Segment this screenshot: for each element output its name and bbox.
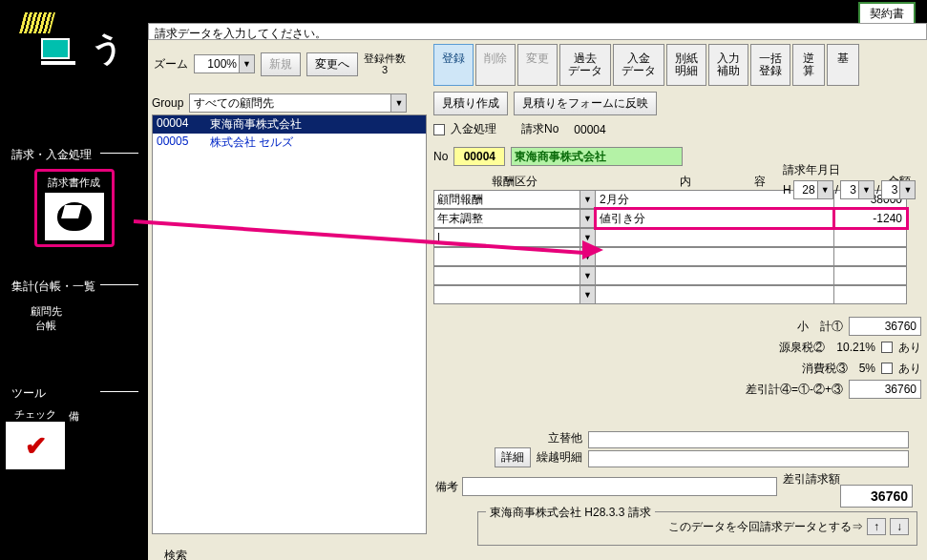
cell-content[interactable] — [596, 285, 834, 304]
cell-content[interactable]: 値引き分 — [596, 209, 834, 228]
subtotal-label: 小 計① — [690, 319, 843, 335]
tab-batch[interactable]: 一括 登録 — [750, 44, 790, 86]
section-tools: ツール — [0, 382, 148, 402]
list-item[interactable]: 00004 東海商事株式会社 — [153, 115, 426, 134]
chevron-down-icon[interactable]: ▼ — [580, 190, 596, 209]
diff-value: 36760 — [849, 380, 921, 399]
tab-change[interactable]: 変更 — [517, 44, 558, 86]
tax2-label: 消費税③ 5% — [723, 361, 875, 377]
no-input[interactable] — [453, 147, 505, 166]
client-name-input[interactable] — [511, 147, 683, 166]
tax1-label: 源泉税② 10.21% — [723, 340, 875, 356]
client-list[interactable]: 00004 東海商事株式会社 00005 株式会社 セルズ — [152, 114, 427, 534]
sidebar-item-label: 備 — [69, 409, 79, 424]
quote-create-button[interactable]: 見積り作成 — [433, 92, 508, 115]
month-combo[interactable]: ▼ — [840, 180, 874, 199]
cell-type[interactable] — [433, 266, 580, 285]
carry-input[interactable] — [588, 450, 909, 467]
group-combo[interactable]: ▼ — [189, 93, 407, 113]
cell-content[interactable] — [596, 228, 834, 247]
day-combo[interactable]: ▼ — [881, 180, 916, 199]
billing-date-label: 請求年月日 — [783, 162, 916, 178]
down-button[interactable]: ↓ — [890, 518, 909, 535]
list-name: 株式会社 セルズ — [210, 135, 293, 151]
memo-input[interactable] — [462, 477, 777, 496]
sidebar-item-check[interactable]: チェック ✔ — [6, 407, 65, 469]
chevron-down-icon[interactable]: ▼ — [817, 181, 832, 198]
list-code: 00005 — [157, 135, 210, 151]
zoom-label: ズーム — [154, 56, 188, 73]
cell-content[interactable] — [596, 266, 834, 285]
tab-deposit[interactable]: 入金 データ — [613, 44, 664, 86]
tab-base[interactable]: 基 — [827, 44, 859, 86]
table-row: ▼ — [433, 266, 921, 285]
app-logo — [14, 10, 72, 55]
section-summary: 集計(台帳・一覧 — [0, 275, 148, 295]
final-amount-label: 差引請求額 — [783, 471, 840, 487]
current-invoice-fieldset: 東海商事株式会社 H28.3.3 請求 このデータを今回請求データとする⇒ ↑ … — [477, 511, 917, 546]
reqno-label: 請求No — [521, 121, 558, 137]
sidebar-item-invoice[interactable]: 請求書作成 — [34, 169, 115, 247]
zoom-combo[interactable]: ▼ — [194, 54, 255, 73]
sidebar-item-ledger[interactable]: 顧問先 台帳 — [6, 301, 86, 340]
cell-amount[interactable] — [834, 285, 907, 304]
zoom-input[interactable] — [195, 57, 239, 71]
cell-content[interactable] — [596, 247, 834, 266]
tab-assist[interactable]: 入力 補助 — [708, 44, 748, 86]
advance-input[interactable] — [588, 431, 909, 448]
chevron-down-icon[interactable]: ▼ — [580, 266, 596, 285]
list-code: 00004 — [157, 116, 210, 133]
chevron-down-icon[interactable]: ▼ — [899, 181, 915, 198]
quote-reflect-button[interactable]: 見積りをフォームに反映 — [514, 92, 657, 115]
record-count: 登録件数 3 — [364, 52, 406, 75]
table-row: ▼ — [433, 285, 921, 304]
group-input[interactable] — [190, 96, 390, 110]
app-title-fragment: う — [91, 27, 124, 71]
fieldset-legend: 東海商事株式会社 H28.3.3 請求 — [486, 505, 655, 521]
year-input[interactable] — [794, 183, 817, 197]
chevron-down-icon[interactable]: ▼ — [580, 285, 596, 304]
sidebar-item-other[interactable]: 備 — [69, 407, 79, 469]
cell-type[interactable] — [433, 285, 580, 304]
no-label: No — [433, 150, 448, 163]
day-input[interactable] — [882, 183, 899, 197]
chevron-down-icon[interactable]: ▼ — [239, 55, 254, 73]
sidebar-item-label: チェック — [6, 407, 65, 422]
memo-label: 備考 — [435, 479, 458, 495]
chevron-down-icon[interactable]: ▼ — [580, 209, 596, 228]
check-icon: ✔ — [6, 422, 65, 469]
table-row: 年末調整 ▼ 値引き分 -1240 — [433, 209, 921, 228]
app-sidebar: う 請求・入金処理 請求書作成 集計(台帳・一覧 顧問先 台帳 ツール チェック… — [0, 0, 148, 560]
tax1-checkbox[interactable] — [881, 342, 893, 353]
table-row: | ▼ — [433, 228, 921, 247]
carry-label: 繰越明細 — [537, 450, 582, 464]
tab-detail[interactable]: 別紙 明細 — [666, 44, 706, 86]
tab-delete[interactable]: 削除 — [475, 44, 516, 86]
cell-type[interactable]: 年末調整 — [433, 209, 580, 228]
tab-past[interactable]: 過去 データ — [559, 44, 611, 86]
tax2-checkbox[interactable] — [881, 363, 893, 374]
up-button[interactable]: ↑ — [867, 518, 886, 535]
advance-label: 立替他 — [477, 429, 582, 447]
tab-reverse[interactable]: 逆 算 — [792, 44, 825, 86]
year-combo[interactable]: ▼ — [793, 180, 833, 199]
chevron-down-icon[interactable]: ▼ — [858, 181, 874, 198]
deposit-checkbox[interactable] — [433, 124, 445, 135]
section-billing: 請求・入金処理 — [0, 143, 148, 163]
detail-button[interactable]: 詳細 — [495, 447, 531, 467]
cell-amount[interactable] — [834, 247, 907, 266]
invoice-icon — [45, 193, 104, 240]
chevron-down-icon[interactable]: ▼ — [390, 94, 406, 112]
cell-amount[interactable] — [834, 266, 907, 285]
cell-amount[interactable]: -1240 — [834, 209, 907, 228]
sidebar-item-label: 請求書作成 — [41, 176, 108, 190]
sidebar-item-label: 顧問先 台帳 — [10, 304, 82, 333]
cell-type[interactable]: 顧問報酬 — [433, 190, 580, 209]
tab-register[interactable]: 登録 — [433, 44, 474, 86]
table-row: ▼ — [433, 247, 921, 266]
change-button[interactable]: 変更へ — [306, 52, 358, 76]
month-input[interactable] — [841, 183, 858, 197]
cell-amount[interactable] — [834, 228, 907, 247]
new-button[interactable]: 新規 — [261, 52, 301, 76]
list-item[interactable]: 00005 株式会社 セルズ — [153, 134, 426, 152]
